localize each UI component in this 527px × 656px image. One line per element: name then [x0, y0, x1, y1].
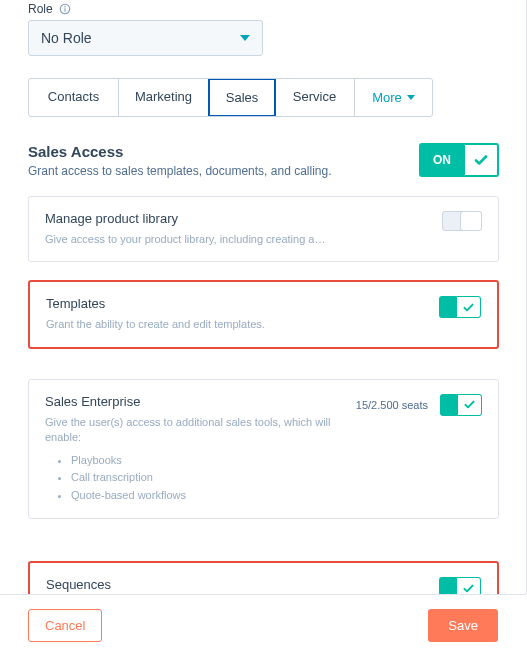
- chevron-down-icon: [240, 35, 250, 41]
- card-title: Manage product library: [45, 211, 325, 226]
- footer-bar: Cancel Save: [0, 594, 526, 656]
- product-library-toggle[interactable]: [442, 211, 482, 231]
- role-label: Role: [28, 2, 53, 16]
- sales-access-desc: Grant access to sales templates, documen…: [28, 164, 332, 178]
- cancel-button[interactable]: Cancel: [28, 609, 102, 642]
- category-tabs: Contacts Marketing Sales Service More: [28, 78, 433, 117]
- svg-point-1: [64, 6, 66, 8]
- card-templates: Templates Grant the ability to create an…: [28, 280, 499, 348]
- svg-rect-2: [64, 8, 65, 11]
- sales-access-title: Sales Access: [28, 143, 332, 160]
- toggle-knob: [460, 211, 482, 231]
- role-select-value: No Role: [41, 30, 92, 46]
- check-icon: [458, 394, 482, 416]
- enterprise-toggle[interactable]: [440, 394, 482, 416]
- tab-more[interactable]: More: [355, 79, 432, 116]
- card-title: Sales Enterprise: [45, 394, 344, 409]
- bullet-item: Call transcription: [71, 469, 344, 487]
- info-icon[interactable]: [59, 3, 71, 15]
- card-desc: Give the user(s) access to additional sa…: [45, 415, 344, 446]
- card-title: Sequences: [46, 577, 267, 592]
- check-icon: [465, 143, 499, 177]
- tab-marketing[interactable]: Marketing: [119, 79, 209, 116]
- sales-access-toggle[interactable]: ON: [419, 143, 499, 177]
- toggle-on-label: ON: [419, 143, 465, 177]
- role-select[interactable]: No Role: [28, 20, 263, 56]
- bullet-item: Quote-based workflows: [71, 487, 344, 505]
- tab-sales[interactable]: Sales: [208, 78, 276, 117]
- templates-toggle[interactable]: [439, 296, 481, 318]
- card-sales-enterprise: Sales Enterprise Give the user(s) access…: [28, 379, 499, 520]
- seats-count: 15/2.500 seats: [356, 399, 428, 411]
- card-desc: Grant the ability to create and edit tem…: [46, 317, 265, 332]
- card-desc: Give access to your product library, inc…: [45, 232, 325, 247]
- card-title: Templates: [46, 296, 265, 311]
- tab-contacts[interactable]: Contacts: [29, 79, 119, 116]
- save-button[interactable]: Save: [428, 609, 498, 642]
- chevron-down-icon: [407, 95, 415, 100]
- check-icon: [457, 296, 481, 318]
- bullet-item: Playbooks: [71, 452, 344, 470]
- tab-service[interactable]: Service: [275, 79, 355, 116]
- tab-more-label: More: [372, 90, 402, 105]
- card-product-library: Manage product library Give access to yo…: [28, 196, 499, 262]
